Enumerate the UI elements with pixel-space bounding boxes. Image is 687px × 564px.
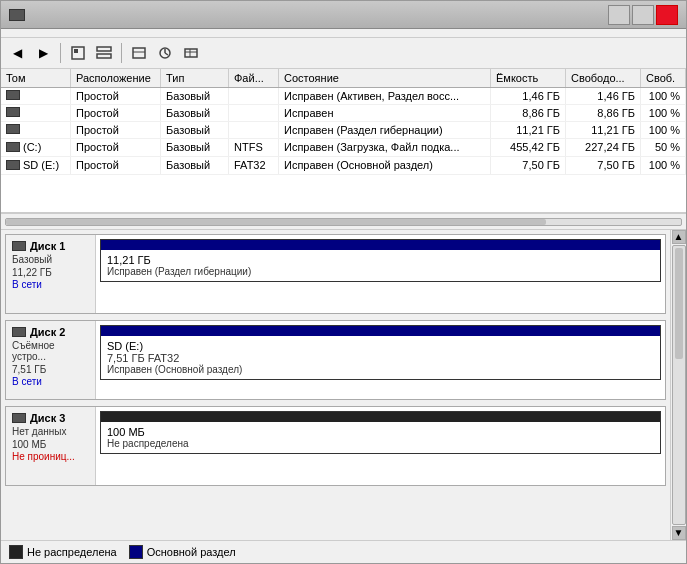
menu-bar (1, 29, 686, 38)
partition-fs: 7,51 ГБ FAT32 (107, 352, 654, 364)
disk-partitions: 11,21 ГБ Исправен (Раздел гибернации) (96, 235, 665, 313)
toolbar-btn-5[interactable] (127, 41, 151, 65)
toolbar-sep-1 (60, 43, 61, 63)
col-header-raspolozh[interactable]: Расположение (71, 69, 161, 87)
disk-status: Не проиниц... (12, 451, 89, 462)
table-row[interactable]: (C:) Простой Базовый NTFS Исправен (Загр… (1, 139, 686, 157)
menu-view[interactable] (37, 31, 49, 35)
td-raspolozh: Простой (71, 139, 161, 156)
h-scrollbar-area[interactable] (1, 214, 686, 230)
disk-icon (12, 241, 26, 251)
table-row[interactable]: Простой Базовый Исправен 8,86 ГБ 8,86 ГБ… (1, 105, 686, 122)
td-fay (229, 105, 279, 121)
partition-status: Исправен (Раздел гибернации) (107, 266, 654, 277)
col-header-tom[interactable]: Том (1, 69, 71, 87)
td-svobodo: 1,46 ГБ (566, 88, 641, 104)
disk-size: 11,22 ГБ (12, 267, 89, 278)
minimize-button[interactable] (608, 5, 630, 25)
td-svobodo: 7,50 ГБ (566, 157, 641, 174)
disk-name: Диск 3 (30, 412, 65, 424)
td-svobodo: 227,24 ГБ (566, 139, 641, 156)
col-header-emkost[interactable]: Ёмкость (491, 69, 566, 87)
td-tip: Базовый (161, 88, 229, 104)
disk-partitions: 100 МБ Не распределена (96, 407, 665, 485)
disk-name: Диск 1 (30, 240, 65, 252)
td-svobo: 100 % (641, 88, 686, 104)
td-tip: Базовый (161, 139, 229, 156)
partition-status: Не распределена (107, 438, 654, 449)
td-tom (1, 122, 71, 138)
toolbar-btn-3[interactable] (66, 41, 90, 65)
maximize-button[interactable] (632, 5, 654, 25)
td-raspolozh: Простой (71, 88, 161, 104)
td-tom: SD (E:) (1, 157, 71, 174)
legend-label: Не распределена (27, 546, 117, 558)
legend-color-box (9, 545, 23, 559)
td-svobodo: 8,86 ГБ (566, 105, 641, 121)
disk-type: Съёмное устро... (12, 340, 89, 362)
disk-block: Диск 1 Базовый 11,22 ГБ В сети 11,21 ГБ … (5, 234, 666, 314)
svg-rect-4 (133, 48, 145, 58)
partition-header (101, 326, 660, 336)
forward-button[interactable]: ▶ (31, 41, 55, 65)
table-row[interactable]: Простой Базовый Исправен (Раздел гиберна… (1, 122, 686, 139)
toolbar-btn-4[interactable] (92, 41, 116, 65)
toolbar-btn-7[interactable] (179, 41, 203, 65)
td-raspolozh: Простой (71, 105, 161, 121)
disk-name: Диск 2 (30, 326, 65, 338)
partition-block[interactable]: 11,21 ГБ Исправен (Раздел гибернации) (100, 239, 661, 282)
col-header-tip[interactable]: Тип (161, 69, 229, 87)
disk-size: 7,51 ГБ (12, 364, 89, 375)
window-icon (9, 9, 25, 21)
col-header-fay[interactable]: Фай... (229, 69, 279, 87)
disk-type: Нет данных (12, 426, 89, 437)
col-header-svobo[interactable]: Своб. (641, 69, 686, 87)
legend-item: Основной раздел (129, 545, 236, 559)
disk-vis-container: Диск 1 Базовый 11,22 ГБ В сети 11,21 ГБ … (1, 230, 686, 540)
table-row[interactable]: Простой Базовый Исправен (Активен, Разде… (1, 88, 686, 105)
legend: Не распределена Основной раздел (1, 540, 686, 563)
td-tip: Базовый (161, 105, 229, 121)
close-button[interactable] (656, 5, 678, 25)
partition-size: 100 МБ (107, 426, 654, 438)
td-tip: Базовый (161, 157, 229, 174)
col-header-sostoyanie[interactable]: Состояние (279, 69, 491, 87)
disk-icon (12, 413, 26, 423)
menu-file[interactable] (5, 31, 17, 35)
disk-label-name: Диск 2 (12, 326, 89, 338)
legend-item: Не распределена (9, 545, 117, 559)
table-body: Простой Базовый Исправен (Активен, Разде… (1, 88, 686, 209)
col-header-svobodo[interactable]: Свободо... (566, 69, 641, 87)
td-sostoyanie: Исправен (279, 105, 491, 121)
partition-size: SD (E:) (107, 340, 654, 352)
back-button[interactable]: ◀ (5, 41, 29, 65)
td-tom: (C:) (1, 139, 71, 156)
menu-help[interactable] (53, 31, 65, 35)
toolbar: ◀ ▶ (1, 38, 686, 69)
td-raspolozh: Простой (71, 157, 161, 174)
disk-icon (12, 327, 26, 337)
table-area: Том Расположение Тип Фай... Состояние Ём… (1, 69, 686, 214)
partition-block[interactable]: 100 МБ Не распределена (100, 411, 661, 454)
main-window: ◀ ▶ Том Расположение Тип Фай... Со (0, 0, 687, 564)
partition-block[interactable]: SD (E:) 7,51 ГБ FAT32 Исправен (Основной… (100, 325, 661, 380)
title-bar (1, 1, 686, 29)
partition-header (101, 412, 660, 422)
toolbar-sep-2 (121, 43, 122, 63)
partition-size: 11,21 ГБ (107, 254, 654, 266)
td-tom (1, 88, 71, 104)
td-svobodo: 11,21 ГБ (566, 122, 641, 138)
disk-block: Диск 2 Съёмное устро... 7,51 ГБ В сети S… (5, 320, 666, 400)
partition-header (101, 240, 660, 250)
svg-line-8 (165, 53, 168, 55)
menu-action[interactable] (21, 31, 33, 35)
toolbar-btn-6[interactable] (153, 41, 177, 65)
disk-block: Диск 3 Нет данных 100 МБ Не проиниц... 1… (5, 406, 666, 486)
svg-rect-1 (74, 49, 78, 53)
disk-partitions: SD (E:) 7,51 ГБ FAT32 Исправен (Основной… (96, 321, 665, 399)
partition-status: Исправен (Основной раздел) (107, 364, 654, 375)
td-svobo: 50 % (641, 139, 686, 156)
table-row[interactable]: SD (E:) Простой Базовый FAT32 Исправен (… (1, 157, 686, 175)
v-scrollbar[interactable]: ▲ ▼ (670, 230, 686, 540)
disk-label: Диск 3 Нет данных 100 МБ Не проиниц... (6, 407, 96, 485)
